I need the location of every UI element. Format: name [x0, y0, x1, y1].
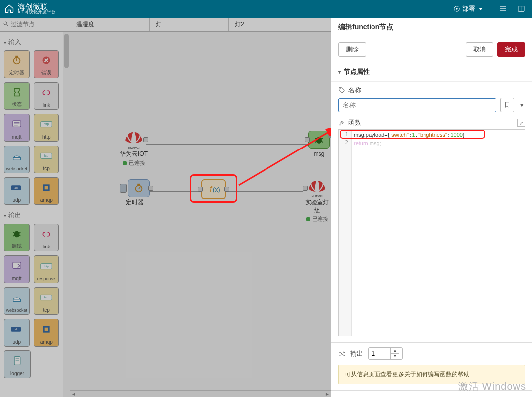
node-timer[interactable]: 定时器 — [120, 179, 150, 207]
done-button[interactable]: 完成 — [497, 42, 525, 57]
palette-node-link-in[interactable]: link — [34, 82, 59, 110]
palette-node-timer[interactable]: 定时器 — [4, 50, 30, 78]
palette-node-status[interactable]: 状态 — [4, 82, 30, 110]
scroll-left-icon[interactable]: ◄ — [70, 391, 77, 397]
scrollbar-thumb[interactable] — [64, 34, 69, 68]
svg-line-49 — [139, 187, 140, 189]
deploy-button[interactable]: 部署 — [448, 2, 488, 15]
dropdown-caret-icon[interactable]: ▾ — [518, 98, 525, 112]
svg-text:http: http — [44, 122, 49, 126]
caret-down-icon[interactable] — [479, 8, 483, 10]
edit-panel-title: 编辑function节点 — [331, 18, 532, 37]
palette-node-udp-in[interactable]: udpudp — [4, 177, 30, 205]
output-count-input[interactable] — [369, 348, 390, 359]
palette-node-tcp-out[interactable]: tcptcp — [34, 287, 59, 315]
svg-line-5 — [7, 25, 8, 26]
input-port[interactable] — [303, 186, 308, 191]
palette-category-input[interactable]: ▾输入 — [1, 34, 62, 49]
tab-2[interactable]: 灯 — [150, 18, 229, 31]
edit-panel: 编辑function节点 删除 取消 完成 ▾ 节点属性 名称 — [331, 18, 532, 397]
svg-point-55 — [340, 88, 341, 89]
palette-node-error[interactable]: 错误 — [34, 50, 59, 78]
node-lightgroup[interactable]: HUAWEI 实验室灯组 已连接 — [303, 179, 331, 223]
scroll-right-icon[interactable]: ► — [324, 391, 331, 397]
sidebar-toggle-icon[interactable] — [514, 2, 528, 16]
step-up-icon[interactable]: ▲ — [390, 348, 399, 354]
palette-node-udp-out[interactable]: udpudp — [4, 319, 30, 347]
canvas-h-scrollbar[interactable]: ◄ ► — [70, 390, 331, 397]
svg-rect-37 — [45, 328, 48, 331]
svg-text:(x): (x) — [213, 186, 220, 193]
node-msg[interactable]: msg — [308, 131, 330, 158]
delete-button[interactable]: 删除 — [338, 42, 366, 57]
name-input[interactable] — [338, 98, 496, 112]
svg-text:HUAWEI: HUAWEI — [311, 195, 322, 198]
palette-node-mqtt-out[interactable]: mqtt — [4, 255, 30, 283]
svg-text:HUAWEI: HUAWEI — [128, 146, 139, 149]
chevron-down-icon: ▾ — [338, 69, 341, 75]
svg-point-43 — [316, 137, 322, 144]
label-function: 函数 — [338, 118, 361, 127]
palette-node-response[interactable]: httpresponse — [34, 255, 59, 283]
palette-node-tcp-in[interactable]: tcptcp — [34, 146, 59, 173]
palette-node-websocket-in[interactable]: websocket — [4, 146, 30, 173]
palette-list[interactable]: ▾输入 定时器 错误 状态 link mqtt httphttp websock… — [0, 32, 63, 397]
svg-point-48 — [136, 186, 142, 192]
svg-text:f: f — [210, 185, 213, 193]
label-name: 名称 — [338, 86, 525, 95]
palette-node-websocket-out[interactable]: websocket — [4, 287, 30, 315]
flow-canvas[interactable]: HUAWEI 华为云IOT 已连接 — [70, 32, 331, 397]
bookmark-addon-button[interactable] — [500, 98, 514, 112]
editor-gutter: 12 — [339, 130, 352, 336]
inject-button[interactable] — [120, 184, 127, 193]
tab-3[interactable]: 灯2 — [229, 18, 308, 31]
deploy-label: 部署 — [462, 4, 475, 13]
output-port[interactable] — [143, 137, 148, 142]
svg-text:udp: udp — [13, 328, 18, 331]
node-label: 华为云IOT — [120, 150, 148, 158]
expand-editor-button[interactable]: ⤢ — [517, 119, 525, 127]
output-port[interactable] — [148, 186, 153, 191]
palette-node-amqp-out[interactable]: amqp — [34, 319, 59, 347]
palette-category-output[interactable]: ▾输出 — [1, 207, 62, 222]
node-huawei-iot[interactable]: HUAWEI 华为云IOT 已连接 — [120, 131, 148, 167]
brand-subtitle: IoT可视化开发平台 — [18, 10, 55, 15]
function-code-editor[interactable]: 12 msg.payload={"switch":1,"brightness":… — [338, 129, 525, 336]
section-node-properties[interactable]: ▾ 节点属性 — [331, 62, 532, 82]
palette-node-logger[interactable]: logger — [4, 350, 31, 378]
node-label: 实验室灯组 — [303, 199, 331, 214]
editor-content[interactable]: msg.payload={"switch":1,"brightness":100… — [339, 130, 525, 148]
cancel-button[interactable]: 取消 — [466, 42, 493, 57]
palette-node-http-in[interactable]: httphttp — [34, 114, 59, 142]
chevron-down-icon: ▾ — [4, 40, 6, 45]
input-port[interactable] — [305, 137, 310, 142]
node-function[interactable]: f(x) — [201, 179, 226, 199]
step-down-icon[interactable]: ▼ — [390, 354, 399, 359]
palette-sidebar: 过滤节点 ▾输入 定时器 错误 状态 link mqtt httphttp we… — [0, 18, 70, 397]
svg-text:http: http — [44, 265, 49, 268]
svg-text:tcp: tcp — [44, 154, 49, 158]
output-count-stepper[interactable]: ▲▼ — [368, 347, 403, 360]
node-label: msg — [314, 150, 325, 158]
tab-1[interactable]: 温湿度 — [70, 18, 150, 31]
palette-scrollbar[interactable] — [63, 32, 70, 397]
output-row: 输出 ▲▼ — [331, 342, 532, 365]
palette-filter[interactable]: 过滤节点 — [0, 18, 70, 32]
wrench-icon — [338, 119, 345, 126]
label-output: 输出 — [350, 349, 363, 358]
svg-point-1 — [456, 8, 458, 10]
palette-node-link-out[interactable]: link — [34, 224, 59, 251]
menu-icon[interactable] — [496, 2, 510, 16]
output-port[interactable] — [224, 187, 229, 192]
palette-node-debug[interactable]: 调试 — [4, 224, 30, 251]
brand-logo-icon — [4, 3, 15, 14]
palette-node-amqp-in[interactable]: amqp — [34, 177, 59, 205]
svg-point-23 — [14, 231, 19, 237]
svg-point-4 — [4, 22, 7, 25]
palette-node-mqtt-in[interactable]: mqtt — [4, 114, 30, 142]
brand: 海创微联 IoT可视化开发平台 — [18, 3, 55, 15]
editor-hint: 可从信息页面查看更多关于如何编写函数的帮助 — [338, 365, 525, 384]
input-port[interactable] — [198, 187, 203, 192]
section-port-labels[interactable]: ▸ 端口标签 — [331, 390, 532, 397]
svg-rect-2 — [518, 6, 524, 12]
